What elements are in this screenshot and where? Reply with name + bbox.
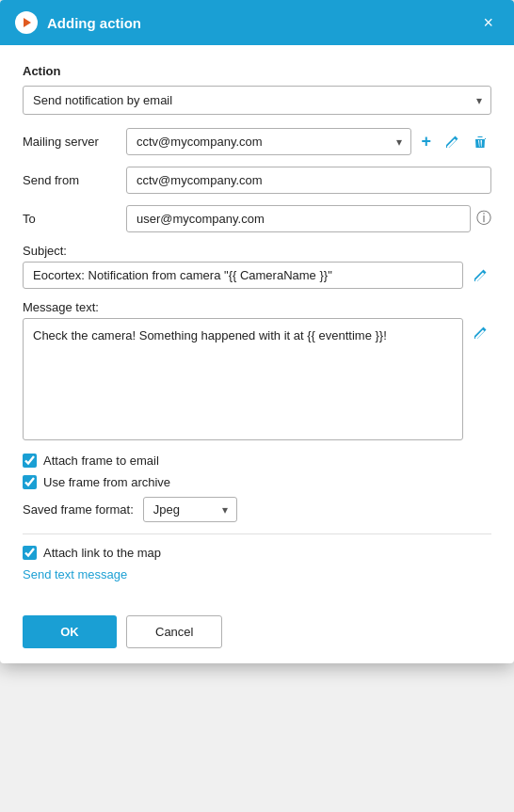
send-from-input[interactable] bbox=[126, 167, 491, 194]
attach-frame-checkbox[interactable] bbox=[23, 454, 37, 468]
close-button[interactable]: × bbox=[477, 12, 499, 33]
send-from-row: Send from bbox=[23, 167, 491, 194]
add-mailing-server-button[interactable]: + bbox=[417, 128, 435, 155]
edit-subject-button[interactable] bbox=[469, 264, 491, 287]
send-text-message-link[interactable]: Send text message bbox=[23, 567, 127, 581]
send-text-message-wrapper: Send text message bbox=[23, 567, 491, 581]
message-textarea[interactable] bbox=[23, 318, 463, 440]
dialog-footer: OK Cancel bbox=[0, 600, 514, 663]
title-bar-left: Adding action bbox=[15, 11, 141, 34]
attach-frame-group: Attach frame to email bbox=[23, 454, 491, 468]
send-from-input-wrapper bbox=[126, 167, 491, 194]
attach-link-checkbox[interactable] bbox=[23, 546, 37, 560]
frame-format-label: Saved frame format: bbox=[23, 502, 134, 517]
frame-format-select-wrapper: Jpeg PNG BMP ▾ bbox=[143, 497, 237, 522]
subject-input[interactable] bbox=[23, 262, 463, 289]
send-from-label: Send from bbox=[23, 173, 126, 187]
edit-mailing-server-button[interactable] bbox=[441, 131, 463, 153]
to-info-icon[interactable]: ⓘ bbox=[476, 209, 491, 229]
message-row bbox=[23, 318, 491, 440]
frame-format-row: Saved frame format: Jpeg PNG BMP ▾ bbox=[23, 497, 491, 522]
message-section: Message text: bbox=[23, 300, 491, 440]
attach-frame-label[interactable]: Attach frame to email bbox=[43, 454, 159, 468]
use-frame-archive-checkbox[interactable] bbox=[23, 475, 37, 489]
ok-button[interactable]: OK bbox=[23, 615, 117, 648]
title-bar: Adding action × bbox=[0, 0, 514, 45]
message-label: Message text: bbox=[23, 300, 491, 314]
action-select-wrapper: Send notification by email ▾ bbox=[23, 86, 491, 115]
use-frame-archive-group: Use frame from archive bbox=[23, 475, 491, 489]
app-icon bbox=[15, 11, 38, 34]
mailing-server-select-wrapper: cctv@mycompany.com ▾ bbox=[126, 128, 411, 155]
adding-action-dialog: Adding action × Action Send notification… bbox=[0, 0, 514, 663]
mailing-server-row: Mailing server cctv@mycompany.com ▾ + bbox=[23, 128, 491, 155]
edit-message-button[interactable] bbox=[469, 322, 491, 344]
frame-format-select[interactable]: Jpeg PNG BMP bbox=[143, 497, 237, 522]
divider bbox=[23, 533, 491, 534]
action-label: Action bbox=[23, 64, 491, 78]
to-input[interactable] bbox=[126, 205, 471, 232]
action-select[interactable]: Send notification by email bbox=[23, 86, 491, 115]
subject-input-row bbox=[23, 262, 491, 289]
delete-mailing-server-button[interactable] bbox=[469, 131, 491, 153]
to-label: To bbox=[23, 212, 126, 226]
to-row: To ⓘ bbox=[23, 205, 491, 232]
to-input-wrapper: ⓘ bbox=[126, 205, 491, 232]
mailing-server-select[interactable]: cctv@mycompany.com bbox=[126, 128, 411, 155]
dialog-title: Adding action bbox=[47, 15, 141, 31]
attach-link-label[interactable]: Attach link to the map bbox=[43, 546, 161, 560]
mailing-server-label: Mailing server bbox=[23, 135, 126, 149]
dialog-content: Action Send notification by email ▾ Mail… bbox=[0, 45, 514, 600]
cancel-button[interactable]: Cancel bbox=[126, 615, 222, 648]
subject-label: Subject: bbox=[23, 244, 491, 258]
action-section: Action Send notification by email ▾ bbox=[23, 64, 491, 115]
attach-link-group: Attach link to the map bbox=[23, 546, 491, 560]
use-frame-archive-label[interactable]: Use frame from archive bbox=[43, 475, 170, 489]
subject-section: Subject: bbox=[23, 244, 491, 289]
mailing-server-controls: cctv@mycompany.com ▾ + bbox=[126, 128, 491, 155]
